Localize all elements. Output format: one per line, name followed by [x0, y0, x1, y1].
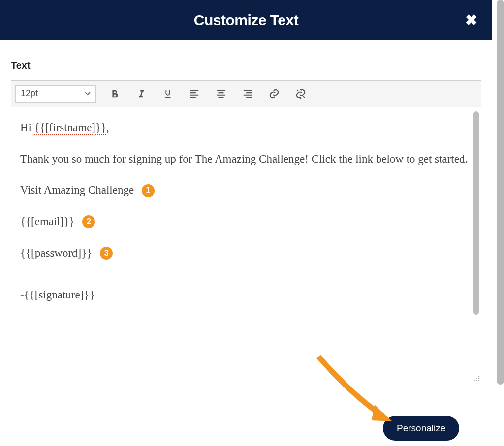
chevron-down-icon — [85, 92, 91, 96]
rich-text-editor: 12pt — [11, 80, 481, 383]
svg-point-5 — [478, 380, 479, 381]
field-label-text: Text — [11, 60, 481, 71]
svg-point-4 — [476, 380, 477, 381]
annotation-marker-2: 2 — [82, 215, 95, 228]
resize-grip-icon[interactable] — [473, 375, 480, 382]
editor-content[interactable]: Hi {{[firstname]}}, Thank you so much fo… — [11, 107, 481, 383]
signature-line: -{{[signature]}} — [20, 286, 472, 304]
annotation-marker-1: 1 — [142, 184, 155, 197]
font-size-value: 12pt — [21, 89, 38, 99]
visit-link-text: Visit Amazing Challenge — [20, 184, 134, 196]
svg-point-3 — [474, 380, 475, 381]
svg-point-0 — [478, 376, 479, 377]
align-left-button[interactable] — [187, 85, 202, 103]
align-right-button[interactable] — [240, 85, 255, 103]
link-button[interactable] — [266, 85, 282, 103]
greeting-line: Hi {{[firstname]}}, — [20, 119, 472, 137]
personalize-button[interactable]: Personalize — [383, 416, 459, 441]
body-paragraph: Thank you so much for signing up for The… — [20, 150, 472, 168]
page-scrollbar[interactable] — [497, 0, 504, 385]
bold-button[interactable] — [107, 85, 123, 103]
unlink-button[interactable] — [293, 85, 309, 103]
font-size-dropdown[interactable]: 12pt — [15, 85, 96, 103]
italic-button[interactable] — [133, 85, 149, 103]
editor-toolbar: 12pt — [11, 81, 481, 107]
firstname-token: {{[firstname]}} — [34, 121, 106, 135]
password-token: {{[password]}} — [20, 247, 92, 259]
align-center-button[interactable] — [213, 85, 229, 103]
modal-header: Customize Text ✖ — [0, 0, 492, 40]
editor-scrollbar[interactable] — [473, 111, 479, 315]
close-icon[interactable]: ✖ — [465, 13, 477, 28]
svg-point-2 — [478, 378, 479, 379]
email-token: {{[email]}} — [20, 215, 75, 228]
underline-button[interactable] — [160, 85, 176, 103]
annotation-marker-3: 3 — [100, 247, 113, 260]
svg-point-1 — [476, 378, 477, 379]
modal-title: Customize Text — [194, 12, 298, 29]
